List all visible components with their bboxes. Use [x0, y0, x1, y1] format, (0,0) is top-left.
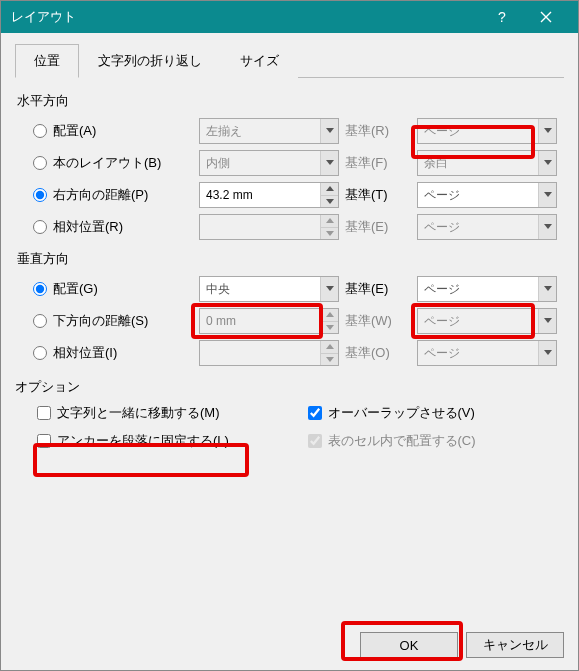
chevron-down-icon[interactable]: [538, 215, 556, 239]
spin-up-icon[interactable]: [320, 341, 338, 353]
cancel-button[interactable]: キャンセル: [466, 632, 564, 658]
section-horizontal: 水平方向: [17, 92, 564, 110]
layout-dialog: レイアウト ? 位置 文字列の折り返し サイズ 水平方向 配置(A) 基準(R)…: [0, 0, 579, 671]
layout-in-cell-checkbox: 表のセル内で配置する(C): [308, 432, 565, 450]
h-absolute-value[interactable]: [199, 182, 339, 208]
help-button[interactable]: ?: [480, 1, 524, 33]
h-alignment-radio[interactable]: 配置(A): [15, 122, 195, 140]
h-book-base-label: 基準(F): [343, 154, 413, 172]
v-absolute-base-label: 基準(W): [343, 312, 413, 330]
h-absolute-radio[interactable]: 右方向の距離(P): [15, 186, 195, 204]
v-alignment-base-label: 基準(E): [343, 280, 413, 298]
allow-overlap-checkbox[interactable]: オーバーラップさせる(V): [308, 404, 565, 422]
spin-up-icon[interactable]: [320, 309, 338, 321]
spin-up-icon[interactable]: [320, 183, 338, 195]
h-relative-value[interactable]: [199, 214, 339, 240]
v-relative-value[interactable]: [199, 340, 339, 366]
chevron-down-icon[interactable]: [538, 277, 556, 301]
spin-up-icon[interactable]: [320, 215, 338, 227]
spin-down-icon[interactable]: [320, 321, 338, 334]
spin-down-icon[interactable]: [320, 195, 338, 208]
close-button[interactable]: [524, 1, 568, 33]
chevron-down-icon[interactable]: [538, 151, 556, 175]
tab-size[interactable]: サイズ: [221, 44, 298, 78]
h-book-base-combo[interactable]: [417, 150, 557, 176]
tab-wrapping[interactable]: 文字列の折り返し: [79, 44, 221, 78]
h-absolute-base-combo[interactable]: [417, 182, 557, 208]
vertical-grid: 配置(G) 基準(E) 下方向の距離(S) 基準(W) 相対位置(I) 基準(O…: [15, 276, 564, 366]
spin-down-icon[interactable]: [320, 353, 338, 366]
v-relative-base-combo[interactable]: [417, 340, 557, 366]
h-book-combo[interactable]: [199, 150, 339, 176]
h-relative-base-label: 基準(E): [343, 218, 413, 236]
options-legend: オプション: [15, 378, 564, 396]
chevron-down-icon[interactable]: [538, 119, 556, 143]
v-absolute-base-combo[interactable]: [417, 308, 557, 334]
close-icon: [540, 11, 552, 23]
move-with-text-checkbox[interactable]: 文字列と一緒に移動する(M): [37, 404, 294, 422]
horizontal-grid: 配置(A) 基準(R) 本のレイアウト(B) 基準(F) 右方向の距離(P) 基…: [15, 118, 564, 240]
chevron-down-icon[interactable]: [320, 151, 338, 175]
v-alignment-radio[interactable]: 配置(G): [15, 280, 195, 298]
h-relative-radio[interactable]: 相対位置(R): [15, 218, 195, 236]
h-book-radio[interactable]: 本のレイアウト(B): [15, 154, 195, 172]
title-bar: レイアウト ?: [1, 1, 578, 33]
v-relative-base-label: 基準(O): [343, 344, 413, 362]
h-alignment-base-label: 基準(R): [343, 122, 413, 140]
tab-position[interactable]: 位置: [15, 44, 79, 78]
button-bar: OK キャンセル: [360, 632, 564, 658]
h-alignment-combo[interactable]: [199, 118, 339, 144]
chevron-down-icon[interactable]: [538, 309, 556, 333]
chevron-down-icon[interactable]: [538, 183, 556, 207]
v-alignment-combo[interactable]: [199, 276, 339, 302]
dialog-title: レイアウト: [11, 8, 480, 26]
h-relative-base-combo[interactable]: [417, 214, 557, 240]
h-alignment-base-combo[interactable]: [417, 118, 557, 144]
content-area: 位置 文字列の折り返し サイズ 水平方向 配置(A) 基準(R) 本のレイアウト…: [1, 33, 578, 460]
v-absolute-value[interactable]: [199, 308, 339, 334]
lock-anchor-checkbox[interactable]: アンカーを段落に固定する(L): [37, 432, 294, 450]
tab-bar: 位置 文字列の折り返し サイズ: [15, 43, 564, 78]
v-relative-radio[interactable]: 相対位置(I): [15, 344, 195, 362]
options-group: オプション 文字列と一緒に移動する(M) オーバーラップさせる(V) アンカーを…: [15, 378, 564, 450]
v-alignment-base-combo[interactable]: [417, 276, 557, 302]
chevron-down-icon[interactable]: [320, 277, 338, 301]
v-absolute-radio[interactable]: 下方向の距離(S): [15, 312, 195, 330]
chevron-down-icon[interactable]: [320, 119, 338, 143]
ok-button[interactable]: OK: [360, 632, 458, 658]
section-vertical: 垂直方向: [17, 250, 564, 268]
chevron-down-icon[interactable]: [538, 341, 556, 365]
spin-down-icon[interactable]: [320, 227, 338, 240]
h-absolute-base-label: 基準(T): [343, 186, 413, 204]
